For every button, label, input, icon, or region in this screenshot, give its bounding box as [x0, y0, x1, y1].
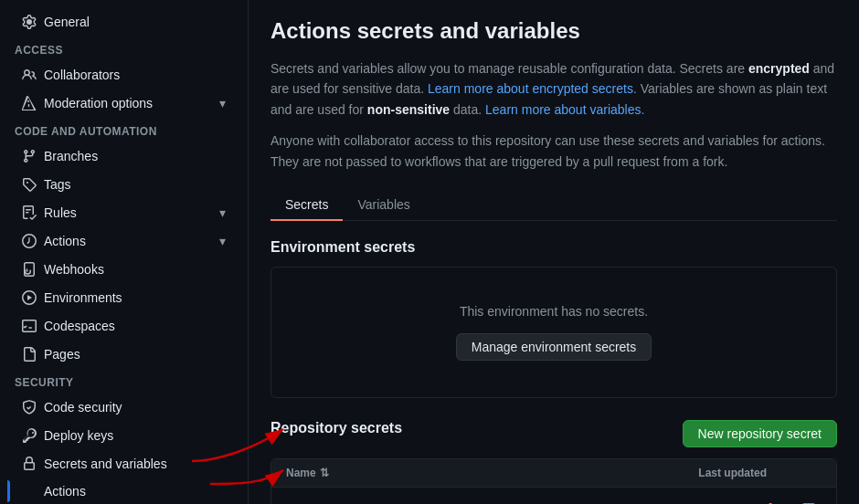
sidebar-item-general-label: General [44, 15, 90, 29]
col-name-header: Name ⇅ [286, 467, 620, 479]
sidebar-item-code-security-label: Code security [44, 400, 122, 415]
sidebar-item-general[interactable]: General [7, 8, 240, 36]
webhook-icon [22, 262, 37, 277]
sidebar-item-collaborators[interactable]: Collaborators [7, 61, 240, 89]
sidebar-sub-item-actions[interactable]: Actions [7, 478, 240, 504]
description-secrets: Secrets and variables allow you to manag… [270, 58, 837, 120]
manage-env-secrets-button[interactable]: Manage environment secrets [456, 333, 652, 361]
sidebar-item-pages-label: Pages [44, 347, 80, 362]
sidebar-item-deploy-keys[interactable]: Deploy keys [7, 422, 240, 449]
gear-icon [22, 15, 37, 29]
checklist-icon [22, 205, 37, 220]
env-no-secrets-text: This environment has no secrets. [290, 304, 818, 319]
tab-variables[interactable]: Variables [343, 190, 424, 221]
sidebar-item-rules-label: Rules [44, 205, 77, 220]
anyone-text: Anyone with collaborator access to this … [270, 131, 837, 172]
lock-icon [22, 457, 37, 471]
secrets-table: Name ⇅ Last updated AWS_ACCESS_KEY_ID 3 … [270, 458, 837, 504]
tabs-container: Secrets Variables [270, 190, 837, 221]
sidebar: General Access Collaborators Moderation … [0, 0, 249, 504]
actions-icon [22, 234, 37, 248]
sidebar-item-tags[interactable]: Tags [7, 171, 240, 198]
sidebar-item-moderation-label: Moderation options [44, 96, 153, 110]
sidebar-item-secrets-variables[interactable]: Secrets and variables [7, 450, 240, 478]
link-encrypted-secrets[interactable]: Learn more about encrypted secrets [428, 81, 633, 96]
sidebar-item-branches-label: Branches [44, 149, 98, 163]
repo-secrets-header: Repository secrets New repository secret [270, 420, 837, 447]
sidebar-item-code-security[interactable]: Code security [7, 394, 240, 421]
link-variables[interactable]: Learn more about variables [485, 102, 641, 117]
row-1-actions: ✏️ 🗑️ [767, 499, 822, 504]
sidebar-item-codespaces-label: Codespaces [44, 319, 115, 333]
sidebar-item-codespaces[interactable]: Codespaces [7, 312, 240, 340]
security-section-label: Security [0, 369, 248, 393]
environments-icon [22, 290, 37, 305]
pages-icon [22, 347, 37, 362]
repo-secrets-title: Repository secrets [270, 420, 402, 436]
codespaces-icon [22, 319, 37, 333]
table-row: AWS_ACCESS_KEY_ID 3 minutes ago ✏️ 🗑️ [271, 488, 836, 504]
main-content: Actions secrets and variables Secrets an… [249, 0, 859, 504]
people-icon [22, 68, 37, 82]
col-updated-header: Last updated [620, 467, 767, 479]
sidebar-sub-item-actions-label: Actions [44, 484, 86, 499]
sidebar-item-tags-label: Tags [44, 177, 71, 192]
access-section-label: Access [0, 37, 248, 60]
sidebar-item-webhooks-label: Webhooks [44, 262, 104, 277]
table-header: Name ⇅ Last updated [271, 459, 836, 488]
sidebar-item-branches[interactable]: Branches [7, 142, 240, 170]
code-automation-section-label: Code and automation [0, 118, 248, 142]
sidebar-item-moderation[interactable]: Moderation options ▾ [7, 89, 240, 117]
sidebar-item-webhooks[interactable]: Webhooks [7, 256, 240, 283]
env-secrets-title: Environment secrets [270, 239, 837, 256]
col-name-label: Name [286, 467, 316, 479]
sidebar-item-collaborators-label: Collaborators [44, 68, 120, 82]
chevron-down-icon: ▾ [219, 205, 226, 220]
sidebar-item-secrets-variables-label: Secrets and variables [44, 457, 167, 471]
sidebar-item-environments-label: Environments [44, 290, 122, 305]
chevron-down-icon: ▾ [219, 234, 226, 248]
sort-icon[interactable]: ⇅ [320, 467, 329, 479]
page-title: Actions secrets and variables [270, 18, 837, 44]
key-icon [22, 428, 37, 443]
chevron-down-icon: ▾ [219, 96, 226, 110]
row-1-delete-button[interactable]: 🗑️ [796, 499, 822, 504]
git-branch-icon [22, 149, 37, 163]
sidebar-item-environments[interactable]: Environments [7, 284, 240, 311]
env-secrets-box: This environment has no secrets. Manage … [270, 267, 837, 398]
tab-secrets[interactable]: Secrets [270, 190, 343, 221]
report-icon [22, 96, 37, 110]
shield-icon [22, 400, 37, 415]
row-1-edit-button[interactable]: ✏️ [763, 499, 789, 504]
tag-icon [22, 177, 37, 192]
sidebar-item-deploy-keys-label: Deploy keys [44, 428, 113, 443]
sidebar-item-actions-label: Actions [44, 234, 86, 248]
new-repository-secret-button[interactable]: New repository secret [683, 420, 837, 447]
sidebar-item-pages[interactable]: Pages [7, 341, 240, 368]
sidebar-item-actions[interactable]: Actions ▾ [7, 227, 240, 255]
sidebar-item-rules[interactable]: Rules ▾ [7, 199, 240, 226]
